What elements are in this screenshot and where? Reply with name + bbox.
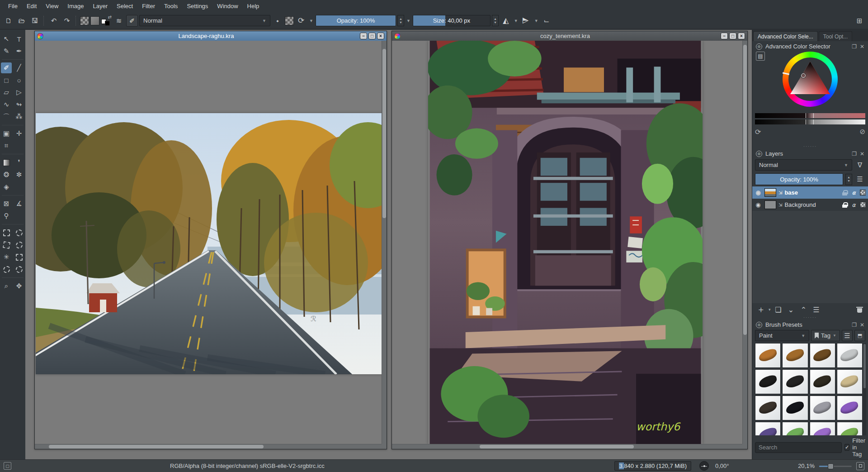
- tool-reference-images[interactable]: ⚲: [1, 210, 12, 221]
- background-color[interactable]: [105, 21, 110, 26]
- brush-preset-tile[interactable]: [837, 422, 863, 435]
- tool-rect-select[interactable]: [1, 227, 12, 238]
- horizontal-scrollbar[interactable]: [35, 444, 382, 449]
- canvas-painting-landscape[interactable]: ℛ: [36, 113, 382, 374]
- layer-thumbnail[interactable]: [764, 188, 776, 197]
- brush-preset-tile[interactable]: [810, 396, 835, 420]
- menu-file[interactable]: File: [4, 1, 22, 11]
- window-titlebar[interactable]: Landscape-raghu.kra – □ ×: [35, 31, 387, 41]
- close-docker-icon[interactable]: ✕: [860, 322, 864, 328]
- close-button[interactable]: ×: [377, 33, 384, 39]
- lock-docker-icon[interactable]: ◍: [756, 151, 762, 157]
- brush-preset-tile[interactable]: [810, 343, 835, 368]
- tool-bezier-curve[interactable]: ∿: [1, 99, 12, 110]
- tool-crop[interactable]: ⌗: [1, 140, 12, 151]
- swap-colors-icon[interactable]: ⇄: [108, 14, 112, 19]
- chevron-down-icon[interactable]: ▾: [768, 307, 772, 312]
- layer-name[interactable]: Background: [784, 201, 839, 208]
- tool-ellipse-select[interactable]: [14, 227, 24, 238]
- tool-zoom[interactable]: ⌕: [1, 281, 12, 291]
- tool-ellipse[interactable]: ○: [14, 75, 24, 86]
- canvas-rotation-dial[interactable]: [699, 461, 709, 471]
- maximize-button[interactable]: □: [368, 33, 376, 39]
- menu-settings[interactable]: Settings: [182, 1, 212, 11]
- tool-similar-select[interactable]: ✳: [1, 252, 12, 262]
- vertical-scrollbar[interactable]: [742, 41, 747, 444]
- inherit-alpha-icon[interactable]: [859, 189, 866, 196]
- brush-preset-tile[interactable]: [755, 396, 781, 420]
- save-button[interactable]: 🖫: [29, 15, 41, 27]
- lock-docker-icon[interactable]: ◍: [756, 322, 762, 328]
- duplicate-layer-button[interactable]: ❏: [773, 304, 784, 315]
- tool-dynamic-brush[interactable]: ⌒: [1, 111, 12, 122]
- reload-preset-button[interactable]: ⟳: [295, 15, 307, 27]
- layer-options-menu-button[interactable]: ☰: [854, 174, 865, 185]
- preset-search-input[interactable]: [755, 442, 842, 453]
- preset-filter-dropdown[interactable]: Paint ▼: [755, 330, 809, 341]
- brush-preset-tile[interactable]: [782, 369, 808, 394]
- menu-image[interactable]: Image: [63, 1, 88, 11]
- dock-splitter-handle[interactable]: ······: [752, 316, 868, 319]
- new-document-button[interactable]: 🗋: [3, 15, 14, 27]
- tool-text[interactable]: T: [14, 33, 24, 44]
- tool-select-shapes[interactable]: ↖: [1, 33, 12, 44]
- minimize-button[interactable]: –: [721, 33, 728, 39]
- minimize-button[interactable]: –: [360, 33, 367, 39]
- layer-opacity-spinner[interactable]: ▲▼: [845, 174, 852, 185]
- hue-ring[interactable]: [783, 52, 838, 107]
- workspace-chooser-button[interactable]: ⊞: [854, 15, 865, 27]
- tool-smart-patch[interactable]: ❂: [1, 169, 12, 180]
- close-docker-icon[interactable]: ✕: [860, 43, 864, 50]
- close-button[interactable]: ×: [738, 33, 745, 39]
- float-docker-icon[interactable]: ❐: [852, 322, 857, 328]
- brush-editor-button[interactable]: ✐: [126, 15, 138, 27]
- canvas-painting-tenement[interactable]: worthy6: [428, 41, 703, 444]
- brush-preset-tile[interactable]: [782, 343, 808, 368]
- tab-tool-options[interactable]: Tool Opt...: [819, 31, 853, 41]
- brush-preset-tile[interactable]: [782, 422, 808, 435]
- blending-mode-dropdown[interactable]: Normal ▼: [139, 15, 270, 26]
- brush-size-slider[interactable]: Size: 40,00 px: [413, 15, 491, 26]
- chevron-down-icon[interactable]: ▼: [513, 19, 519, 23]
- move-layer-up-button[interactable]: ⌃: [798, 304, 810, 315]
- chevron-down-icon[interactable]: ▼: [533, 19, 539, 23]
- tool-pan[interactable]: ✥: [14, 281, 24, 291]
- layer-row-background[interactable]: ◉ ⇲ Background α: [752, 199, 868, 211]
- layer-row-base[interactable]: ◉ ⇲ base α: [752, 186, 868, 199]
- tool-color-sampler[interactable]: ❜: [14, 157, 24, 168]
- menu-select[interactable]: Select: [112, 1, 137, 11]
- foreground-background-colors[interactable]: ⇄: [101, 15, 112, 26]
- menu-tools[interactable]: Tools: [160, 1, 182, 11]
- tool-gradient[interactable]: [1, 157, 12, 168]
- brush-preset-tile[interactable]: [755, 422, 781, 435]
- opacity-spinner[interactable]: ▲▼: [397, 15, 404, 26]
- tool-poly-select[interactable]: [1, 239, 12, 250]
- brush-preset-tile[interactable]: [782, 396, 808, 420]
- presets-scrollbar[interactable]: [863, 343, 866, 435]
- menu-layer[interactable]: Layer: [88, 1, 112, 11]
- gradient-chooser[interactable]: [80, 16, 89, 25]
- brush-size-spinner[interactable]: ▲▼: [492, 15, 499, 26]
- tool-colorize-mask[interactable]: ✼: [14, 169, 24, 180]
- brush-preset-tile[interactable]: [837, 396, 863, 420]
- menu-view[interactable]: View: [41, 1, 63, 11]
- canvas-area-tenement[interactable]: worthy6: [392, 41, 747, 449]
- tool-move[interactable]: ✛: [14, 128, 24, 139]
- tool-polyline[interactable]: ▷: [14, 87, 24, 98]
- shade-selector-bar[interactable]: [755, 113, 865, 118]
- brush-preset-tile[interactable]: [837, 369, 863, 394]
- opacity-slider[interactable]: Opacity: 100%: [316, 15, 396, 26]
- tool-magnetic-select[interactable]: [1, 264, 12, 275]
- image-size-field[interactable]: 3.840 x 2.880 (120,7 MiB): [614, 461, 691, 471]
- wrap-around-mode-button[interactable]: ⌙: [541, 15, 552, 27]
- tool-multibrush[interactable]: ⁂: [14, 111, 24, 122]
- value-selector-bar[interactable]: [755, 119, 865, 124]
- selection-display-mode-button[interactable]: ▢: [4, 462, 11, 470]
- tab-advanced-color-selector[interactable]: Advanced Color Sele...: [753, 31, 818, 41]
- canvas-area-landscape[interactable]: ℛ: [35, 41, 387, 449]
- brush-preset-tile[interactable]: [810, 422, 835, 435]
- tool-transform[interactable]: ▣: [1, 128, 12, 139]
- menu-filter[interactable]: Filter: [137, 1, 160, 11]
- layer-filter-button[interactable]: ∇: [854, 159, 865, 171]
- tool-edit-shapes[interactable]: ✎: [1, 46, 12, 57]
